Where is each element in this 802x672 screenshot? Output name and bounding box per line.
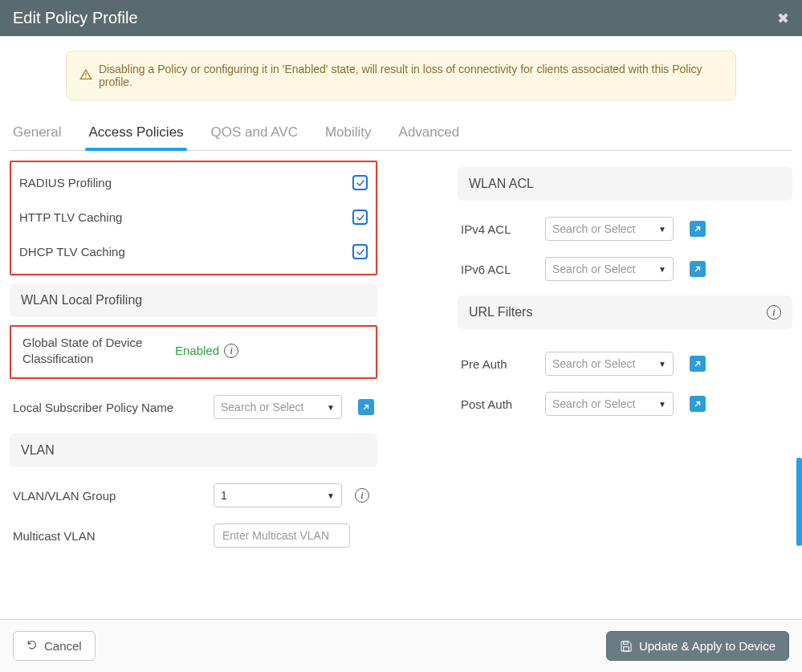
checkbox-dhcp-tlv[interactable] [352, 244, 368, 259]
chevron-down-icon: ▼ [327, 403, 335, 412]
label-http-tlv: HTTP TLV Caching [19, 210, 352, 224]
row-pre-auth: Pre Auth Search or Select ▼ [458, 344, 792, 384]
apply-button-label: Update & Apply to Device [639, 639, 776, 653]
dialog-titlebar: Edit Policy Profile ✖ [0, 0, 802, 36]
row-radius-profiling: RADIUS Profiling [19, 165, 368, 200]
cancel-button[interactable]: Cancel [13, 631, 96, 661]
svg-point-1 [85, 76, 86, 77]
warning-icon [79, 68, 92, 83]
label-local-subscriber: Local Subscriber Policy Name [13, 401, 206, 414]
svg-rect-2 [624, 641, 628, 644]
checkbox-http-tlv[interactable] [352, 210, 368, 225]
row-global-state: Global State of Device Classification En… [19, 327, 368, 377]
select-value: 1 [221, 489, 227, 502]
info-icon[interactable]: i [224, 344, 238, 358]
section-wlan-acl: WLAN ACL [458, 167, 792, 201]
input-multicast-vlan[interactable] [214, 523, 350, 548]
select-placeholder: Search or Select [552, 397, 636, 410]
warning-text: Disabling a Policy or configuring it in … [99, 63, 723, 88]
tab-general[interactable]: General [13, 116, 61, 150]
svg-rect-3 [624, 646, 629, 650]
profiling-highlight: RADIUS Profiling HTTP TLV Caching [10, 161, 377, 275]
row-dhcp-tlv: DHCP TLV Caching [19, 234, 368, 269]
chevron-down-icon: ▼ [658, 400, 666, 409]
label-post-auth: Post Auth [461, 397, 537, 411]
label-global-state: Global State of Device Classification [22, 335, 175, 366]
row-multicast-vlan: Multicast VLAN [10, 515, 377, 556]
apply-button[interactable]: Update & Apply to Device [606, 631, 789, 661]
dialog-title: Edit Policy Profile [13, 9, 138, 27]
external-link-icon[interactable] [690, 356, 706, 372]
external-link-icon[interactable] [690, 221, 706, 237]
save-icon [620, 640, 633, 653]
undo-icon [26, 639, 38, 653]
label-ipv6-acl: IPv6 ACL [461, 263, 537, 276]
section-vlan: VLAN [10, 434, 377, 467]
select-pre-auth[interactable]: Search or Select ▼ [545, 352, 674, 376]
select-local-subscriber[interactable]: Search or Select ▼ [214, 395, 342, 419]
label-multicast-vlan: Multicast VLAN [13, 529, 206, 543]
external-link-icon[interactable] [358, 399, 374, 415]
info-icon[interactable]: i [767, 305, 781, 320]
cancel-button-label: Cancel [44, 639, 82, 653]
section-wlan-local-profiling: WLAN Local Profiling [10, 283, 377, 317]
row-vlan-group: VLAN/VLAN Group 1 ▼ i [10, 475, 377, 515]
dialog-content: Disabling a Policy or configuring it in … [0, 36, 802, 619]
tab-bar: General Access Policies QOS and AVC Mobi… [10, 116, 792, 151]
tab-qos-avc[interactable]: QOS and AVC [211, 116, 298, 150]
row-ipv6-acl: IPv6 ACL Search or Select ▼ [458, 249, 792, 289]
select-placeholder: Search or Select [552, 222, 636, 235]
external-link-icon[interactable] [690, 396, 706, 412]
chevron-down-icon: ▼ [658, 360, 666, 369]
select-ipv4-acl[interactable]: Search or Select ▼ [545, 217, 674, 241]
tab-advanced[interactable]: Advanced [399, 116, 460, 150]
row-ipv4-acl: IPv4 ACL Search or Select ▼ [458, 209, 792, 249]
label-radius-profiling: RADIUS Profiling [19, 176, 352, 189]
label-vlan-group: VLAN/VLAN Group [13, 489, 206, 503]
row-post-auth: Post Auth Search or Select ▼ [458, 384, 792, 424]
external-link-icon[interactable] [690, 261, 706, 277]
label-ipv4-acl: IPv4 ACL [461, 222, 537, 236]
chevron-down-icon: ▼ [658, 225, 666, 234]
label-pre-auth: Pre Auth [461, 357, 537, 371]
info-icon[interactable]: i [355, 488, 369, 503]
section-url-filters: URL Filters i [458, 295, 792, 329]
select-placeholder: Search or Select [552, 263, 636, 275]
scrollbar-thumb[interactable] [796, 458, 802, 546]
select-post-auth[interactable]: Search or Select ▼ [545, 392, 674, 416]
chevron-down-icon: ▼ [658, 265, 666, 274]
close-icon[interactable]: ✖ [777, 10, 789, 27]
dialog-footer: Cancel Update & Apply to Device [0, 619, 802, 672]
select-placeholder: Search or Select [552, 357, 636, 370]
global-state-highlight: Global State of Device Classification En… [10, 325, 377, 379]
select-vlan-group[interactable]: 1 ▼ [214, 483, 342, 507]
status-global-state: Enabled [175, 344, 219, 357]
checkbox-radius-profiling[interactable] [352, 175, 368, 190]
label-dhcp-tlv: DHCP TLV Caching [19, 245, 352, 259]
select-placeholder: Search or Select [221, 401, 304, 413]
row-local-subscriber: Local Subscriber Policy Name Search or S… [10, 387, 377, 427]
warning-alert: Disabling a Policy or configuring it in … [66, 51, 736, 100]
tab-access-policies[interactable]: Access Policies [88, 116, 183, 150]
row-http-tlv: HTTP TLV Caching [19, 200, 368, 234]
tab-mobility[interactable]: Mobility [325, 116, 372, 150]
select-ipv6-acl[interactable]: Search or Select ▼ [545, 257, 674, 281]
chevron-down-icon: ▼ [327, 491, 335, 500]
section-url-filters-label: URL Filters [469, 305, 532, 320]
